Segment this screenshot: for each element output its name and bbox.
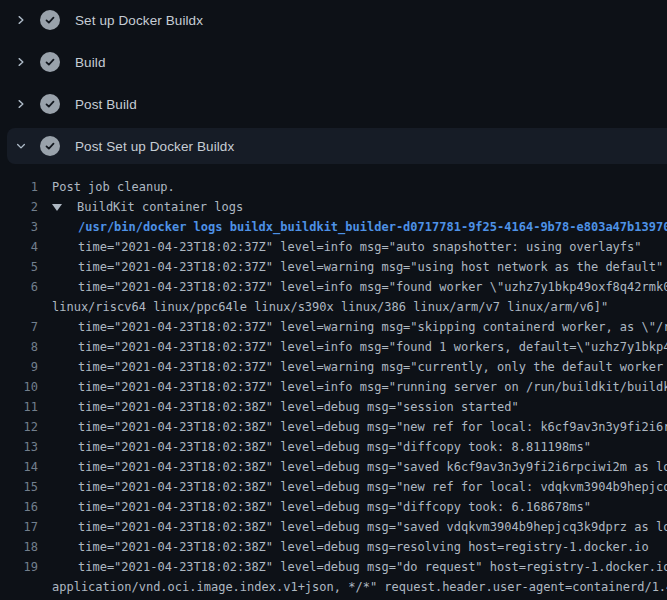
log-line-text: time="2021-04-23T18:02:37Z" level=warnin…: [78, 357, 667, 377]
triangle-down-icon[interactable]: [52, 204, 77, 211]
log-line-number[interactable]: 16: [0, 497, 38, 517]
log-line: 7time="2021-04-23T18:02:37Z" level=warni…: [0, 317, 667, 337]
chevron-down-icon[interactable]: [14, 139, 28, 153]
log-line-number[interactable]: 17: [0, 517, 38, 537]
log-line-number[interactable]: 6: [0, 277, 38, 297]
log-line-number[interactable]: 12: [0, 417, 38, 437]
log-line-text: time="2021-04-23T18:02:37Z" level=warnin…: [78, 317, 667, 337]
log-line-text: time="2021-04-23T18:02:38Z" level=debug …: [78, 457, 667, 477]
log-line-text: application/vnd.oci.image.index.v1+json,…: [52, 577, 667, 597]
log-line: 2BuildKit container logs: [0, 197, 667, 217]
job-steps-list: Set up Docker Buildx Build Post Build: [0, 2, 667, 168]
log-line: 11time="2021-04-23T18:02:38Z" level=debu…: [0, 397, 667, 417]
log-line-text: time="2021-04-23T18:02:37Z" level=info m…: [78, 377, 667, 397]
step-log-output: 1Post job cleanup.2BuildKit container lo…: [0, 177, 667, 600]
step-header-setup-docker-buildx[interactable]: Set up Docker Buildx: [0, 2, 667, 42]
log-line: 9time="2021-04-23T18:02:37Z" level=warni…: [0, 357, 667, 377]
check-circle-icon: [40, 52, 60, 72]
step-header-post-build[interactable]: Post Build: [0, 86, 667, 126]
log-line: 8time="2021-04-23T18:02:37Z" level=info …: [0, 337, 667, 357]
log-line-number[interactable]: 2: [0, 197, 38, 217]
log-line: 6time="2021-04-23T18:02:37Z" level=info …: [0, 277, 667, 297]
log-line: 12time="2021-04-23T18:02:38Z" level=debu…: [0, 417, 667, 437]
log-line-text: time="2021-04-23T18:02:38Z" level=debug …: [78, 397, 519, 417]
log-line: 5time="2021-04-23T18:02:37Z" level=warni…: [0, 257, 667, 277]
check-circle-icon: [40, 136, 60, 156]
log-line: 14time="2021-04-23T18:02:38Z" level=debu…: [0, 457, 667, 477]
log-line-number[interactable]: 7: [0, 317, 38, 337]
step-title: Post Set up Docker Buildx: [75, 139, 234, 154]
log-line-number[interactable]: 15: [0, 477, 38, 497]
chevron-right-icon[interactable]: [14, 55, 28, 69]
check-circle-icon: [40, 10, 60, 30]
log-line-text: time="2021-04-23T18:02:38Z" level=debug …: [78, 517, 667, 537]
chevron-right-icon[interactable]: [14, 97, 28, 111]
check-circle-icon: [40, 94, 60, 114]
log-line-number[interactable]: 9: [0, 357, 38, 377]
log-line-text: time="2021-04-23T18:02:38Z" level=debug …: [78, 557, 667, 577]
log-line-text: time="2021-04-23T18:02:38Z" level=debug …: [78, 437, 591, 457]
log-line-text: time="2021-04-23T18:02:37Z" level=info m…: [78, 337, 667, 357]
log-line-number[interactable]: 11: [0, 397, 38, 417]
log-line-text: time="2021-04-23T18:02:38Z" level=debug …: [78, 497, 591, 517]
log-line-number[interactable]: 8: [0, 337, 38, 357]
log-line: 10time="2021-04-23T18:02:37Z" level=info…: [0, 377, 667, 397]
log-line: 3/usr/bin/docker logs buildx_buildkit_bu…: [0, 217, 667, 237]
chevron-right-icon[interactable]: [14, 13, 28, 27]
log-line-text: linux/riscv64 linux/ppc64le linux/s390x …: [52, 297, 608, 317]
log-line-number[interactable]: 18: [0, 537, 38, 557]
step-header-post-setup-docker-buildx[interactable]: Post Set up Docker Buildx: [0, 128, 667, 168]
log-line: 1Post job cleanup.: [0, 177, 667, 197]
log-line: linux/riscv64 linux/ppc64le linux/s390x …: [0, 297, 667, 317]
step-header-build[interactable]: Build: [0, 44, 667, 84]
log-line: 15time="2021-04-23T18:02:38Z" level=debu…: [0, 477, 667, 497]
log-line: 19time="2021-04-23T18:02:38Z" level=debu…: [0, 557, 667, 577]
log-line-number[interactable]: 14: [0, 457, 38, 477]
log-line-number[interactable]: 3: [0, 217, 38, 237]
log-line-text: time="2021-04-23T18:02:38Z" level=debug …: [78, 537, 649, 557]
step-title: Post Build: [75, 97, 137, 112]
log-line-text: time="2021-04-23T18:02:37Z" level=warnin…: [78, 257, 663, 277]
log-line-text: time="2021-04-23T18:02:37Z" level=info m…: [78, 237, 642, 257]
log-line: 17time="2021-04-23T18:02:38Z" level=debu…: [0, 517, 667, 537]
log-line-number[interactable]: 10: [0, 377, 38, 397]
log-line: 16time="2021-04-23T18:02:38Z" level=debu…: [0, 497, 667, 517]
log-line: 4time="2021-04-23T18:02:37Z" level=info …: [0, 237, 667, 257]
log-line: 13time="2021-04-23T18:02:38Z" level=debu…: [0, 437, 667, 457]
log-line-number[interactable]: 5: [0, 257, 38, 277]
step-title: Set up Docker Buildx: [75, 13, 203, 28]
log-line: 18time="2021-04-23T18:02:38Z" level=debu…: [0, 537, 667, 557]
step-title: Build: [75, 55, 106, 70]
log-line-text: Post job cleanup.: [52, 177, 175, 197]
log-group-title[interactable]: BuildKit container logs: [77, 197, 243, 217]
log-line-text: time="2021-04-23T18:02:38Z" level=debug …: [78, 417, 667, 437]
log-line-text: time="2021-04-23T18:02:38Z" level=debug …: [78, 477, 667, 497]
log-line-number[interactable]: 4: [0, 237, 38, 257]
log-command-text: /usr/bin/docker logs buildx_buildkit_bui…: [78, 217, 667, 237]
log-line-number[interactable]: 13: [0, 437, 38, 457]
log-line-text: time="2021-04-23T18:02:37Z" level=info m…: [78, 277, 667, 297]
log-line-number[interactable]: 19: [0, 557, 38, 577]
log-line: application/vnd.oci.image.index.v1+json,…: [0, 577, 667, 597]
log-line-number[interactable]: 1: [0, 177, 38, 197]
